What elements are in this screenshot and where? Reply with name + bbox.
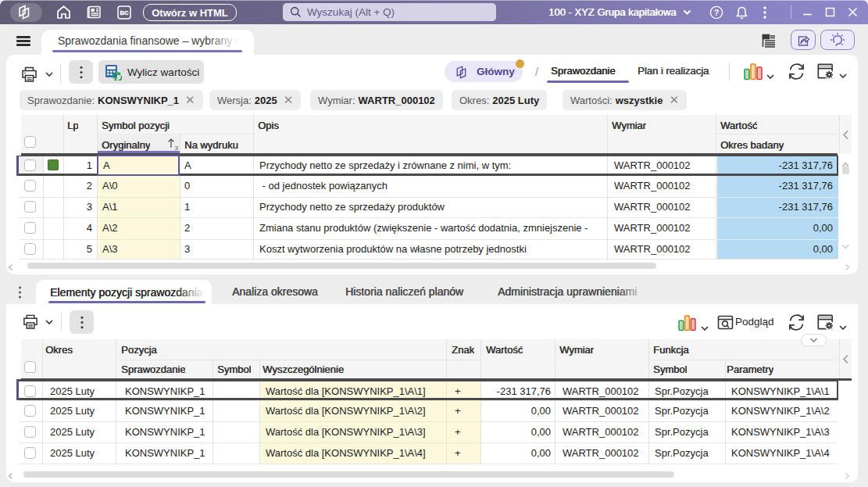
svg-text:?: ? — [713, 9, 718, 17]
svg-text:BC: BC — [120, 9, 129, 16]
svg-text:3: 3 — [175, 145, 179, 151]
